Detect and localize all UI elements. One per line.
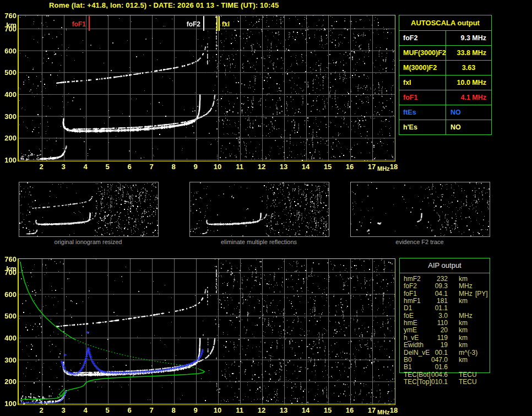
- aip-row-value: 047.0: [424, 356, 448, 364]
- autoscala-table-title: AUTOSCALA output: [399, 15, 491, 31]
- aip-row-label: foF2: [404, 282, 417, 290]
- aip-row-Ewidth: Ewidth19km: [399, 341, 490, 348]
- x-axis-tick: 7: [149, 163, 153, 171]
- station-date-header: Rome (lat: +41.8, lon: 012.5) - DATE: 20…: [49, 1, 279, 9]
- aip-row-unit: km: [459, 319, 468, 327]
- x-axis-tick: 5: [105, 163, 109, 171]
- autoscala-row-value: 4.1 MHz: [446, 90, 491, 105]
- y-axis-tick: 600: [0, 47, 17, 55]
- aip-row-unit: km: [459, 356, 468, 364]
- panel-evidence-f2: [350, 182, 490, 237]
- x-axis-tick: 15: [324, 163, 332, 171]
- panel-caption-original: original ionogram resized: [19, 239, 158, 245]
- aip-table-title: AIP output: [399, 261, 490, 269]
- y-axis-tick: 500: [0, 68, 17, 77]
- aip-row-unit: km: [459, 275, 468, 283]
- x-axis-tick: 2: [39, 163, 43, 171]
- aip-row-unit: km: [459, 341, 468, 349]
- aip-row-foF1: foF104.1MHz[PY]: [399, 290, 490, 297]
- aip-row-B0: B0047.0km: [399, 356, 490, 363]
- x-axis-tick: 2: [39, 406, 43, 414]
- autoscala-row-foF2: foF29.3 MHz: [399, 31, 491, 46]
- y-axis-unit-label: km: [0, 264, 17, 273]
- aip-row-hmF1: hmF1181km: [399, 297, 490, 304]
- x-axis-tick: 17: [368, 406, 376, 414]
- panel-original-canvas: [19, 182, 158, 236]
- x-axis-tick: 18: [390, 406, 398, 414]
- x-axis-tick: 11: [236, 163, 243, 171]
- autoscala-row-value: 10.0 MHz: [446, 75, 491, 90]
- autoscala-row-label: foF1: [399, 90, 446, 105]
- x-axis-tick: 17: [368, 163, 376, 171]
- aip-row-foF2: foF209.3MHz: [399, 282, 490, 289]
- autoscala-row-hEs: h'EsNO: [399, 120, 491, 134]
- x-axis-tick: 9: [193, 406, 197, 414]
- panel-eliminate-reflections: [189, 182, 329, 237]
- aip-row-value: 20: [424, 326, 448, 334]
- autoscala-row-foF1: foF14.1 MHz: [399, 90, 491, 105]
- autoscala-row-label: M(3000)F2: [399, 61, 446, 75]
- x-axis-tick: 8: [171, 163, 175, 171]
- aip-row-unit: km: [459, 297, 468, 305]
- autoscala-row-label: MUF(3000)F2: [399, 46, 446, 60]
- y-axis-tick: 100: [0, 156, 17, 164]
- aip-row-label: hmF2: [404, 275, 421, 283]
- x-axis-tick: 16: [346, 406, 354, 414]
- aip-row-label: hmE: [404, 319, 417, 327]
- autoscala-row-label: foF2: [399, 31, 446, 45]
- autoscala-row-label: fxI: [399, 75, 446, 90]
- ionogram-bottom-canvas: [19, 259, 395, 404]
- foF1-marker-line: [89, 16, 90, 31]
- aip-row-value: 110: [424, 319, 448, 327]
- aip-row-label: foE: [404, 312, 414, 320]
- y-axis-tick: 600: [0, 290, 17, 299]
- x-axis-tick: 12: [258, 406, 265, 414]
- x-axis-unit-label: MHz: [377, 409, 390, 415]
- autoscala-row-ftEs: ftEsNO: [399, 105, 491, 120]
- y-axis-tick: 500: [0, 312, 17, 320]
- aip-row-value: 04.1: [424, 290, 448, 298]
- aip-row-hmE: hmE110km: [399, 319, 490, 326]
- panel-evidence-canvas: [351, 182, 490, 236]
- aip-row-TECTop: TEC[Top]010.1TECU: [399, 378, 490, 385]
- x-axis-tick: 12: [258, 163, 265, 171]
- y-axis-tick: 300: [0, 356, 17, 364]
- x-axis-tick: 14: [302, 163, 310, 171]
- aip-row-hvE: h_vE119km: [399, 334, 490, 341]
- x-axis-tick: 6: [127, 406, 131, 414]
- ionogram-plot-bottom: [18, 258, 395, 405]
- aip-row-value: 01.6: [424, 363, 448, 371]
- y-axis-tick: 100: [0, 399, 17, 408]
- aip-row-unit: TECU: [459, 371, 477, 379]
- aip-row-D1: D101.1: [399, 304, 490, 311]
- aip-row-foE: foE3.0MHz: [399, 312, 490, 319]
- fxI-marker-label: fxI: [222, 20, 230, 28]
- aip-row-unit: MHz: [459, 290, 473, 298]
- x-axis-tick: 6: [127, 163, 131, 171]
- aip-row-label: B1: [404, 363, 412, 371]
- y-axis-unit-label: km: [0, 21, 17, 29]
- panel-original-ionogram: [19, 182, 159, 237]
- aip-row-hmF2: hmF2232km: [399, 275, 490, 282]
- ionogram-top-canvas: [19, 15, 395, 161]
- foF1-marker-label: foF1: [62, 20, 86, 28]
- aip-row-value: 09.3: [424, 282, 448, 290]
- x-axis-tick: 16: [346, 163, 354, 171]
- x-axis-tick: 8: [171, 406, 175, 414]
- fxI-marker-line-2: [216, 16, 218, 31]
- x-axis-tick: 5: [105, 406, 109, 414]
- y-axis-tick: 200: [0, 377, 17, 386]
- x-axis-tick: 7: [149, 406, 153, 414]
- autoscala-output-table: AUTOSCALA outputfoF29.3 MHzMUF(3000)F233…: [399, 15, 492, 135]
- aip-row-label: B0: [404, 356, 412, 364]
- y-axis-tick: 760: [0, 12, 17, 20]
- x-axis-tick: 13: [280, 406, 287, 414]
- aip-row-value: 01.1: [424, 304, 448, 312]
- y-axis-tick: 300: [0, 112, 17, 121]
- aip-row-TECBot: TEC[Bot]004.6TECU: [399, 371, 490, 378]
- x-axis-tick: 15: [324, 406, 332, 414]
- aip-row-label: hmF1: [404, 297, 421, 305]
- aip-row-value: 19: [424, 341, 448, 349]
- aip-row-label: foF1: [404, 290, 417, 298]
- aip-row-unit: km: [459, 334, 468, 342]
